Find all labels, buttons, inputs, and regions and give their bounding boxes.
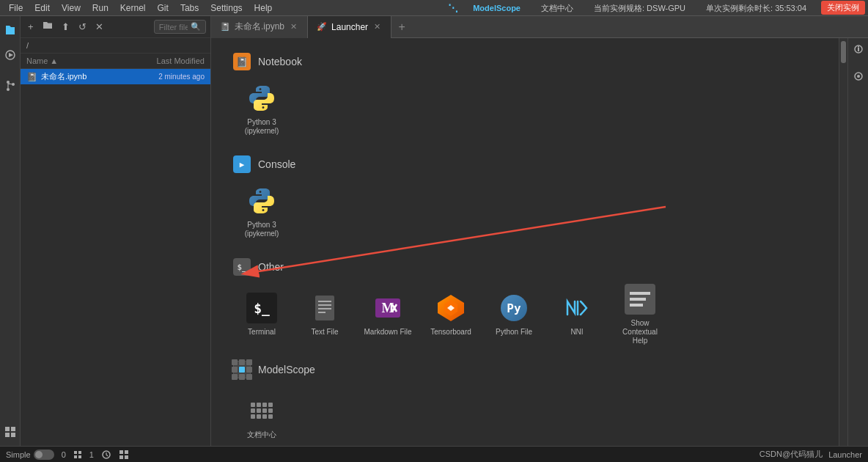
scrollbar-area[interactable]	[839, 38, 847, 446]
python3-icon	[246, 83, 277, 114]
docs-center[interactable]: 文档中心	[535, 0, 579, 16]
svg-rect-34	[74, 451, 77, 454]
pythonfile-icon: Py	[499, 293, 529, 323]
launcher-help[interactable]: Show ContextualHelp	[611, 286, 669, 343]
notebook-section-label: Notebook	[258, 56, 302, 67]
cell-count: 0	[62, 450, 66, 459]
svg-rect-35	[78, 451, 81, 454]
col-name-label: Name	[26, 56, 48, 65]
mode-toggle[interactable]	[34, 450, 54, 460]
tab-launcher-close[interactable]: ✕	[372, 22, 382, 32]
sidebar-extensions-btn[interactable]	[2, 424, 18, 440]
menu-settings[interactable]: Settings	[205, 0, 248, 16]
msdocs-icon	[246, 395, 277, 426]
svg-rect-30	[858, 48, 859, 51]
launcher-msdocs[interactable]: 文档中心	[233, 389, 290, 446]
menu-tabs[interactable]: Tabs	[174, 0, 205, 16]
file-list-header: Name ▲ Last Modified	[21, 54, 210, 69]
svg-text:M: M	[382, 301, 394, 315]
column-modified[interactable]: Last Modified	[124, 56, 205, 65]
modelscope-section-header: ModelScope	[233, 361, 817, 378]
tab-launcher[interactable]: 🚀 Launcher ✕	[308, 16, 391, 38]
top-status-bar: ⋱ ModelScope 文档中心 当前实例规格: DSW-GPU 单次实例剩余…	[442, 0, 865, 16]
markdown-label: Markdown File	[364, 328, 411, 337]
refresh-button[interactable]: ↺	[76, 20, 89, 34]
sidebar-files-btn[interactable]	[2, 22, 18, 38]
tensorboard-icon	[435, 293, 466, 323]
file-modified-label: 2 minutes ago	[124, 73, 205, 81]
new-file-button[interactable]: +	[25, 20, 37, 34]
console-section-icon: ▶	[233, 155, 251, 173]
instance-spec: 当前实例规格: DSW-GPU	[588, 0, 691, 16]
git-button[interactable]: ✕	[92, 20, 106, 34]
scrollbar-thumb[interactable]	[841, 41, 846, 63]
modelscope-brand: ⋱ ModelScope	[442, 0, 526, 16]
menu-help[interactable]: Help	[249, 0, 279, 16]
nni-label: NNI	[570, 328, 583, 337]
svg-point-33	[857, 75, 860, 78]
launcher-content: 📓 Notebook	[211, 38, 839, 446]
close-instance-button[interactable]: 关闭实例	[821, 1, 865, 15]
bottom-right-info: CSDN@代码猫儿 Launcher	[760, 449, 862, 460]
modelscope-items: 文档中心	[233, 389, 817, 446]
python3-notebook-label: Python 3(ipykernel)	[245, 118, 279, 136]
svg-rect-7	[5, 433, 10, 437]
launcher-markdown[interactable]: M Markdown File	[359, 286, 416, 343]
menu-edit[interactable]: Edit	[29, 0, 56, 16]
other-section-header: $_ Other	[233, 258, 817, 276]
tab-notebook[interactable]: 📓 未命名.ipynb ✕	[211, 16, 308, 38]
menu-run[interactable]: Run	[87, 0, 114, 16]
help-icon-box	[625, 284, 655, 315]
right-panel: 📓 未命名.ipynb ✕ 🚀 Launcher ✕ + 📓	[211, 16, 868, 446]
tab-launcher-icon: 🚀	[317, 22, 327, 32]
search-box: 🔍	[154, 20, 206, 34]
python3-console-label: Python 3(ipykernel)	[245, 221, 279, 238]
sidebar-running-btn[interactable]	[2, 47, 18, 63]
left-icon-sidebar	[0, 16, 21, 446]
modelscope-section-icon	[233, 361, 251, 378]
launcher-pythonfile[interactable]: Py Python File	[485, 286, 542, 343]
file-notebook-icon: 📓	[26, 72, 37, 82]
column-name[interactable]: Name ▲	[26, 56, 124, 65]
search-input[interactable]	[159, 23, 188, 32]
launcher-textfile[interactable]: Text File	[296, 286, 353, 343]
help-label: Show ContextualHelp	[615, 319, 665, 345]
launcher-nni[interactable]: NNI	[548, 286, 606, 343]
extension-icon[interactable]	[119, 450, 129, 460]
menu-file[interactable]: File	[3, 0, 29, 16]
terminal-icon: $_	[246, 293, 277, 323]
msdocs-dots-icon	[251, 403, 273, 419]
console-section-label: Console	[258, 158, 295, 170]
svg-rect-22	[630, 298, 646, 301]
new-folder-button[interactable]	[40, 19, 56, 34]
launcher-python3-notebook[interactable]: Python 3(ipykernel)	[233, 81, 290, 138]
menu-view[interactable]: View	[56, 0, 87, 16]
launcher-python3-console[interactable]: Python 3(ipykernel)	[233, 183, 290, 241]
tab-notebook-label: 未命名.ipynb	[235, 21, 284, 33]
upload-button[interactable]: ⬆	[59, 20, 73, 34]
sidebar-git-btn[interactable]	[2, 78, 18, 94]
svg-rect-5	[5, 427, 10, 431]
mode-label: Simple	[6, 450, 31, 459]
settings-icon[interactable]	[101, 450, 111, 460]
right-sidebar-btn2[interactable]	[853, 71, 864, 84]
file-row[interactable]: 📓 未命名.ipynb 2 minutes ago	[21, 69, 210, 84]
menu-git[interactable]: Git	[152, 0, 174, 16]
menu-kernel[interactable]: Kernel	[114, 0, 152, 16]
search-icon: 🔍	[191, 22, 201, 32]
launcher-terminal[interactable]: $_ Terminal	[233, 286, 290, 343]
terminal-label: Terminal	[248, 328, 276, 337]
sort-arrow-icon: ▲	[50, 56, 58, 65]
file-browser-panel: + ⬆ ↺ ✕ 🔍 / Name	[21, 16, 211, 446]
console-section-header: ▶ Console	[233, 155, 817, 173]
bottom-csdn-label: CSDN@代码猫儿	[760, 449, 823, 460]
col-modified-label: Last Modified	[157, 56, 205, 65]
launcher-tensorboard[interactable]: Tensorboard	[422, 286, 479, 343]
svg-rect-40	[125, 450, 128, 454]
right-sidebar-btn1[interactable]	[853, 44, 864, 56]
tab-add-button[interactable]: +	[391, 16, 412, 38]
bottom-tab-label: Launcher	[828, 450, 862, 459]
tab-notebook-close[interactable]: ✕	[289, 22, 298, 32]
pythonfile-label: Python File	[496, 328, 532, 337]
svg-point-3	[7, 88, 10, 91]
